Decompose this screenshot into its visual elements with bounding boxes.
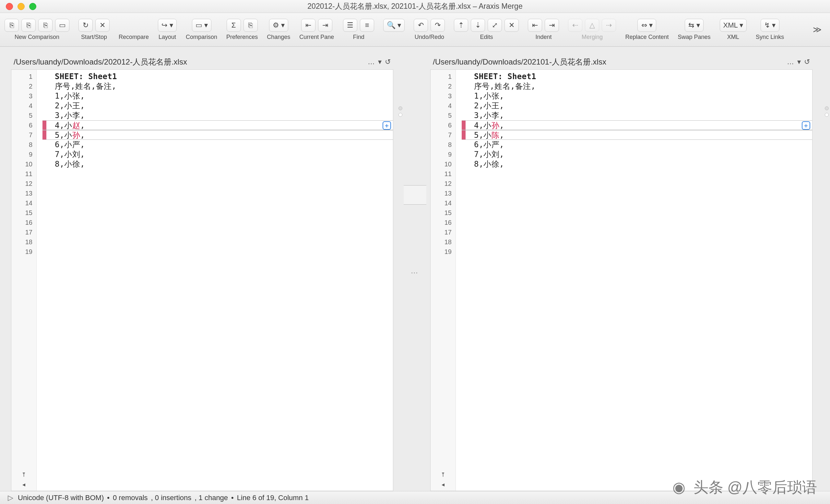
content-row[interactable]: 8,小徐,: [42, 159, 393, 169]
merge2-button[interactable]: △: [585, 19, 599, 32]
close-icon[interactable]: [6, 3, 13, 10]
content-row[interactable]: 7,小刘,: [42, 150, 393, 159]
content-row[interactable]: 7,小刘,: [462, 150, 812, 159]
content-row[interactable]: 1,小张,: [462, 91, 812, 101]
start-stop-label: Start/Stop: [81, 34, 107, 40]
content-row[interactable]: 1,小张,: [42, 91, 393, 101]
toolbar: ⎘ ⎘ ⎘ ▭ New Comparison ↻ ✕ Start/Stop x …: [0, 13, 830, 47]
csv-header-row: 序号,姓名,备注,: [462, 82, 812, 91]
content-row[interactable]: 6,小严,: [462, 140, 812, 150]
content-row[interactable]: 3,小李,: [42, 111, 393, 120]
toolbar-overflow-button[interactable]: ≫: [809, 25, 826, 35]
undo-button[interactable]: ↶: [414, 19, 428, 32]
line-number: 4: [430, 101, 455, 111]
prefs-button[interactable]: ⎘: [244, 19, 258, 32]
left-editor[interactable]: 12345678910111213141516171819 SHEET: She…: [11, 69, 393, 491]
comparison-button[interactable]: ▭ ▾: [192, 19, 212, 32]
status-insertions: 0 insertions: [155, 494, 192, 502]
history-icon[interactable]: ↺: [804, 58, 810, 66]
right-content[interactable]: SHEET: Sheet1序号,姓名,备注,1,小张,2,小王,3,小李,4,小…: [462, 70, 812, 491]
left-minimap[interactable]: [397, 55, 404, 491]
jump-top-icon[interactable]: ⤒: [441, 471, 445, 481]
content-row[interactable]: 4,小赵,+: [42, 120, 393, 130]
merge3-button[interactable]: ⇢: [602, 19, 616, 32]
line-number: 12: [430, 179, 455, 188]
content-row[interactable]: 5,小孙,: [42, 130, 393, 140]
content-row[interactable]: 3,小李,: [462, 111, 812, 120]
content-row[interactable]: 4,小孙,+: [462, 120, 812, 130]
content-row[interactable]: 2,小王,: [462, 101, 812, 111]
ellipsis-icon[interactable]: …: [368, 58, 375, 66]
line-number: 4: [11, 101, 36, 111]
line-number: 6: [430, 120, 455, 130]
minimize-icon[interactable]: [18, 3, 25, 10]
jump-prev-icon[interactable]: ◂: [22, 481, 25, 491]
new-file1-button[interactable]: ⎘: [4, 19, 19, 32]
redo-button[interactable]: ↷: [430, 19, 445, 32]
changed-text: 陈: [491, 131, 499, 140]
replace-content-label: Replace Content: [625, 34, 669, 40]
jump-prev-icon[interactable]: ◂: [442, 481, 445, 491]
line-number: 12: [11, 179, 36, 188]
window-controls: [6, 3, 36, 10]
edit1-button[interactable]: ⇡: [454, 19, 468, 32]
jump-top-icon[interactable]: ⤒: [22, 471, 26, 481]
left-path[interactable]: /Users/luandy/Downloads/202012-人员花名册.xls…: [13, 57, 364, 67]
edit3-button[interactable]: ⤢: [488, 19, 502, 32]
changed-text: 孙: [72, 131, 80, 140]
new-file3-button[interactable]: ⎘: [38, 19, 53, 32]
history-icon[interactable]: ↺: [385, 58, 391, 66]
prev-change-button[interactable]: ⇤: [301, 19, 316, 32]
content-row[interactable]: 8,小徐,: [462, 159, 812, 169]
line-number: 16: [430, 218, 455, 227]
stop-button[interactable]: ✕: [95, 19, 109, 32]
chevron-down-icon[interactable]: ▾: [378, 58, 382, 66]
outdent-button[interactable]: ⇤: [528, 19, 542, 32]
recompare-button[interactable]: ↻: [78, 19, 93, 32]
center-linkage: ⋯: [404, 55, 426, 491]
status-play-icon[interactable]: ▷: [8, 494, 13, 502]
right-editor[interactable]: 12345678910111213141516171819 SHEET: She…: [430, 69, 812, 491]
chevron-down-icon[interactable]: ▾: [797, 58, 801, 66]
line-number: 9: [11, 150, 36, 159]
indent-button[interactable]: ⇥: [545, 19, 559, 32]
right-path[interactable]: /Users/luandy/Downloads/202101-人员花名册.xls…: [433, 57, 784, 67]
right-pathbar: /Users/luandy/Downloads/202101-人员花名册.xls…: [430, 55, 812, 69]
insert-diff-button[interactable]: +: [802, 121, 810, 130]
content-row[interactable]: 6,小严,: [42, 140, 393, 150]
new-folder-button[interactable]: ▭: [55, 19, 69, 32]
status-position: Line 6 of 19, Column 1: [237, 494, 309, 502]
edit4-button[interactable]: ✕: [505, 19, 519, 32]
ellipsis-icon[interactable]: …: [787, 58, 794, 66]
xml-button[interactable]: XML ▾: [720, 19, 747, 32]
preferences-label: Preferences: [226, 34, 258, 40]
swap-button[interactable]: ⇆ ▾: [685, 19, 704, 32]
content-row[interactable]: 2,小王,: [42, 101, 393, 111]
new-file2-button[interactable]: ⎘: [22, 19, 36, 32]
left-pane: /Users/luandy/Downloads/202012-人员花名册.xls…: [0, 55, 397, 491]
bookmark-button[interactable]: ☰: [343, 19, 357, 32]
sigma-button[interactable]: Σ: [227, 19, 241, 32]
changes-button[interactable]: ⚙ ▾: [269, 19, 288, 32]
insert-diff-button[interactable]: +: [383, 121, 391, 130]
content-row[interactable]: 5,小陈,: [462, 130, 812, 140]
center-dots-icon[interactable]: ⋯: [411, 269, 419, 277]
next-change-button[interactable]: ⇥: [318, 19, 332, 32]
edit2-button[interactable]: ⇣: [471, 19, 485, 32]
line-number: 7: [430, 130, 455, 140]
replace-button[interactable]: ⇔ ▾: [637, 19, 656, 32]
line-number: 9: [430, 150, 455, 159]
line-number: 1: [430, 72, 455, 82]
line-number: 17: [11, 227, 36, 237]
left-content[interactable]: SHEET: Sheet1序号,姓名,备注,1,小张,2,小王,3,小李,4,小…: [42, 70, 393, 491]
layout-button[interactable]: ↪ ▾: [158, 19, 177, 32]
right-minimap[interactable]: [824, 55, 830, 491]
merge1-button[interactable]: ⇠: [568, 19, 582, 32]
sheet-header: SHEET: Sheet1: [42, 72, 393, 82]
bookmark-list-button[interactable]: ≡: [360, 19, 374, 32]
find-button[interactable]: 🔍 ▾: [383, 19, 405, 32]
sync-button[interactable]: ↯ ▾: [761, 19, 779, 32]
edits-label: Edits: [480, 34, 493, 40]
zoom-icon[interactable]: [29, 3, 36, 10]
statusbar: ▷ Unicode (UTF-8 with BOM) • 0 removals,…: [0, 491, 830, 504]
